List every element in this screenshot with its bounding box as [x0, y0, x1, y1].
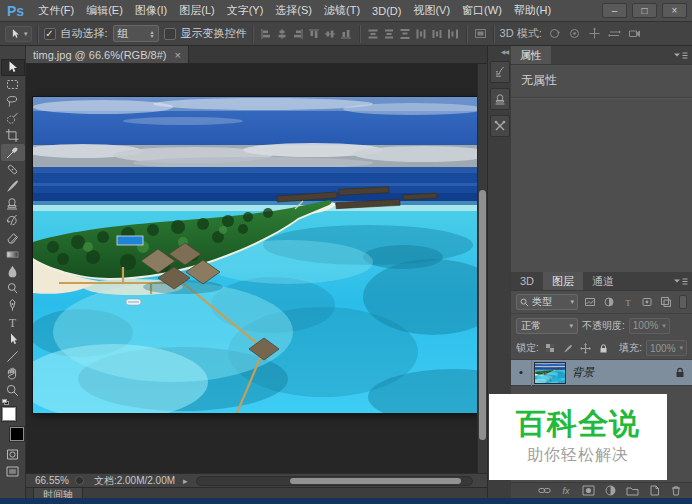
filter-adjustment-layers-icon[interactable] [601, 295, 616, 310]
close-tab-icon[interactable]: × [174, 49, 180, 61]
clone-source-panel-button[interactable] [490, 88, 510, 110]
layer-effects-icon[interactable]: fx [559, 484, 573, 497]
tab-layers[interactable]: 图层 [543, 272, 583, 290]
shape-tool[interactable] [1, 348, 25, 365]
layer-filter-dropdown[interactable]: 类型 ▾ [516, 294, 578, 310]
default-colors-icon[interactable] [2, 399, 10, 406]
align-top-edges-button[interactable] [307, 26, 322, 42]
brush-presets-panel-button[interactable] [490, 61, 510, 83]
spot-healing-brush-tool[interactable] [1, 161, 25, 178]
panel-menu-icon[interactable] [673, 277, 688, 286]
adjustment-layer-icon[interactable] [603, 484, 617, 497]
link-layers-icon[interactable] [537, 484, 551, 497]
auto-select-checkbox[interactable]: ✓ [44, 28, 56, 40]
rectangular-marquee-tool[interactable] [1, 76, 25, 93]
lock-position-icon[interactable] [579, 341, 593, 355]
distribute-right-edges-button[interactable] [446, 26, 461, 42]
clone-stamp-tool[interactable] [1, 195, 25, 212]
canvas-pasteboard[interactable] [26, 64, 487, 473]
quick-mask-button[interactable] [1, 446, 25, 463]
layer-filter-toggle[interactable] [679, 295, 687, 309]
lock-all-icon[interactable] [597, 341, 611, 355]
gradient-tool[interactable] [1, 246, 25, 263]
align-right-edges-button[interactable] [291, 26, 306, 42]
vertical-scrollbar[interactable] [477, 64, 487, 473]
menu-item-image[interactable]: 图像(I) [129, 3, 173, 18]
horizontal-scrollbar-thumb[interactable] [290, 478, 461, 484]
eraser-tool[interactable] [1, 229, 25, 246]
lock-pixels-icon[interactable] [561, 341, 575, 355]
layer-thumbnail[interactable] [532, 360, 568, 386]
menu-item-edit[interactable]: 编辑(E) [80, 3, 129, 18]
3d-roll-icon[interactable] [567, 26, 582, 42]
distribute-bottom-edges-button[interactable] [398, 26, 413, 42]
history-brush-tool[interactable] [1, 212, 25, 229]
lock-transparency-icon[interactable] [543, 341, 557, 355]
tool-presets-panel-button[interactable] [490, 115, 510, 137]
vertical-scrollbar-thumb[interactable] [479, 190, 486, 440]
distribute-vertical-centers-button[interactable] [382, 26, 397, 42]
new-layer-icon[interactable] [647, 484, 661, 497]
add-layer-mask-icon[interactable] [581, 484, 595, 497]
status-popup-arrow-icon[interactable]: ▸ [183, 476, 192, 486]
zoom-tool[interactable] [1, 382, 25, 399]
align-left-edges-button[interactable] [259, 26, 274, 42]
align-horizontal-centers-button[interactable] [275, 26, 290, 42]
auto-select-dropdown[interactable]: 组 ▴▾ [113, 25, 159, 42]
show-transform-checkbox[interactable] [164, 28, 176, 40]
align-bottom-edges-button[interactable] [339, 26, 354, 42]
tab-3d[interactable]: 3D [511, 272, 543, 290]
3d-pan-icon[interactable] [587, 26, 602, 42]
menu-item-filter[interactable]: 滤镜(T) [318, 3, 366, 18]
tool-preset-picker[interactable]: ▾ [5, 26, 32, 42]
layer-name[interactable]: 背景 [568, 365, 675, 380]
menu-item-select[interactable]: 选择(S) [269, 3, 318, 18]
align-vertical-centers-button[interactable] [323, 26, 338, 42]
horizontal-scrollbar[interactable] [196, 476, 473, 486]
3d-scale-icon[interactable] [627, 26, 642, 42]
menu-item-type[interactable]: 文字(Y) [221, 3, 270, 18]
move-tool[interactable] [1, 59, 25, 76]
eyedropper-tool[interactable] [1, 144, 25, 161]
lasso-tool[interactable] [1, 93, 25, 110]
crop-tool[interactable] [1, 127, 25, 144]
minimize-button[interactable]: – [602, 3, 627, 18]
foreground-color-swatch[interactable] [2, 407, 16, 421]
distribute-top-edges-button[interactable] [366, 26, 381, 42]
zoom-level[interactable]: 66.55% [26, 475, 75, 486]
menu-item-window[interactable]: 窗口(W) [456, 3, 508, 18]
3d-rotate-icon[interactable] [547, 26, 562, 42]
hand-tool[interactable] [1, 365, 25, 382]
distribute-horizontal-centers-button[interactable] [430, 26, 445, 42]
menu-item-layer[interactable]: 图层(L) [173, 3, 220, 18]
canvas-image[interactable] [33, 97, 477, 413]
filter-pixel-layers-icon[interactable] [582, 295, 597, 310]
filter-type-layers-icon[interactable]: T [620, 295, 635, 310]
layer-visibility-toggle[interactable] [511, 360, 532, 386]
menu-item-view[interactable]: 视图(V) [407, 3, 456, 18]
menu-item-3d[interactable]: 3D(D) [366, 5, 407, 17]
menu-item-help[interactable]: 帮助(H) [508, 3, 557, 18]
auto-align-layers-button[interactable] [473, 26, 488, 42]
path-selection-tool[interactable] [1, 331, 25, 348]
panel-menu-icon[interactable] [673, 51, 688, 60]
brush-tool[interactable] [1, 178, 25, 195]
background-color-swatch[interactable] [10, 427, 24, 441]
dodge-tool[interactable] [1, 280, 25, 297]
pen-tool[interactable] [1, 297, 25, 314]
delete-layer-icon[interactable] [669, 484, 683, 497]
menu-item-file[interactable]: 文件(F) [32, 3, 80, 18]
screen-mode-button[interactable] [1, 463, 25, 480]
blur-tool[interactable] [1, 263, 25, 280]
document-tab[interactable]: timg.jpg @ 66.6%(RGB/8#) × [26, 46, 189, 63]
type-tool[interactable]: T [1, 314, 25, 331]
expand-panels-icon[interactable]: ◀◀ [488, 46, 511, 56]
filter-shape-layers-icon[interactable] [639, 295, 654, 310]
new-group-icon[interactable] [625, 484, 639, 497]
tab-properties[interactable]: 属性 [511, 46, 551, 64]
filter-smart-objects-icon[interactable] [658, 295, 673, 310]
opacity-field[interactable]: 100% ▾ [629, 318, 670, 334]
3d-slide-icon[interactable] [607, 26, 622, 42]
quick-selection-tool[interactable] [1, 110, 25, 127]
layer-row-background[interactable]: 背景 [511, 360, 692, 386]
